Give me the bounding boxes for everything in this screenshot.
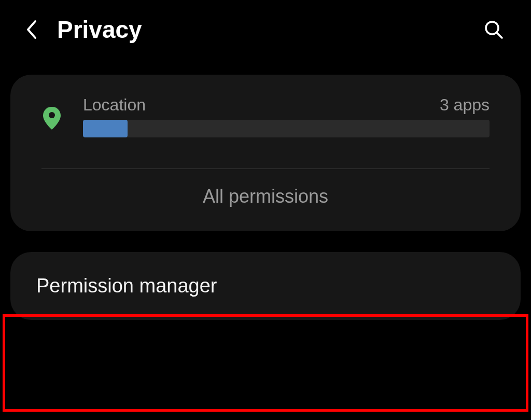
search-icon [483,19,504,40]
page-title: Privacy [57,16,467,44]
back-button[interactable] [21,19,41,40]
permission-count: 3 apps [440,95,490,115]
permission-head: Location 3 apps [83,95,490,115]
all-permissions-button[interactable]: All permissions [10,169,521,216]
usage-bar-fill [83,120,128,137]
permission-label: Location [83,95,146,115]
usage-bar [83,120,490,137]
svg-line-1 [497,33,502,38]
chevron-left-icon [25,19,37,40]
header: Privacy [0,0,531,59]
highlight-box [3,314,528,412]
permission-usage-card: Location 3 apps All permissions [10,75,521,231]
permission-manager-label: Permission manager [36,275,495,297]
permission-manager-item[interactable]: Permission manager [10,252,521,320]
svg-point-2 [49,112,55,118]
search-button[interactable] [482,18,505,41]
permission-row-location[interactable]: Location 3 apps [10,95,521,137]
permission-body: Location 3 apps [83,95,490,137]
location-icon [41,95,62,130]
